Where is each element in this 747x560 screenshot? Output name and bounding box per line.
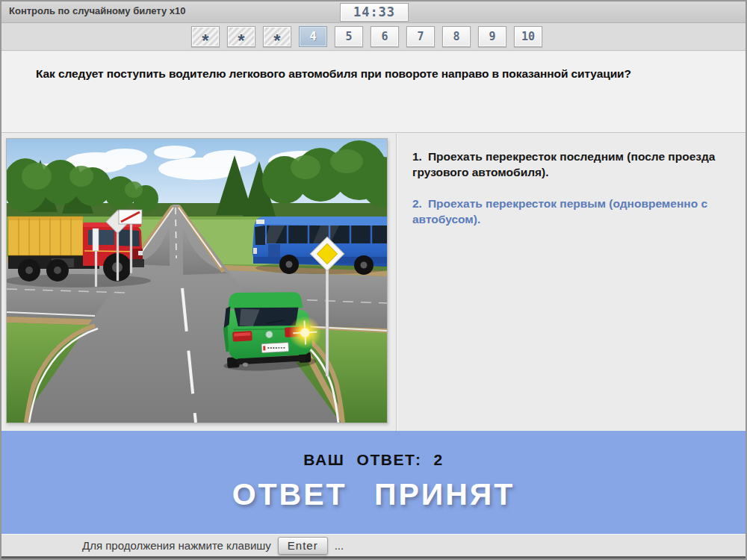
your-answer-line: ВАШ ОТВЕТ:2	[0, 431, 747, 469]
tab-question-10[interactable]: 10	[514, 26, 542, 47]
traffic-scene-svg	[7, 139, 387, 423]
continue-hint-text: Для продолжения нажмите клавишу	[82, 539, 271, 552]
result-panel: ВАШ ОТВЕТ:2 ОТВЕТ ПРИНЯТ	[0, 431, 747, 534]
your-answer-value: 2	[433, 451, 443, 468]
question-text: Как следует поступить водителю легкового…	[0, 52, 746, 82]
countdown-timer: 14:33	[340, 3, 409, 22]
tab-question-6[interactable]: 6	[371, 26, 399, 47]
tab-question-3[interactable]: *	[263, 26, 291, 47]
tab-question-1[interactable]: *	[191, 26, 220, 47]
truck	[7, 217, 151, 287]
enter-key-icon: Enter	[278, 537, 328, 555]
question-tabs: * * * 4 5 6 7 8 9 10	[0, 23, 747, 51]
tab-question-5[interactable]: 5	[335, 26, 363, 47]
tab-question-8[interactable]: 8	[442, 26, 471, 47]
status-bar: Для продолжения нажмите клавишу Enter ..…	[0, 534, 747, 556]
content-area: 1.Проехать перекресток последним (после …	[0, 134, 747, 431]
answer-option-1[interactable]: 1.Проехать перекресток последним (после …	[412, 149, 732, 181]
tab-question-2[interactable]: *	[227, 26, 255, 47]
tab-question-4[interactable]: 4	[299, 26, 327, 47]
title-bar: Контроль по случайному билету x10 14:33	[0, 0, 747, 23]
tab-question-9[interactable]: 9	[478, 26, 506, 47]
traffic-scene-image	[6, 138, 388, 423]
bottom-strip	[0, 556, 747, 560]
answer-option-2[interactable]: 2.Проехать перекресток первым (одновреме…	[412, 196, 732, 228]
answer-accepted-status: ОТВЕТ ПРИНЯТ	[0, 477, 747, 512]
exam-title: Контроль по случайному билету x10	[9, 5, 186, 16]
answers-list: 1.Проехать перекресток последним (после …	[412, 149, 732, 243]
continue-hint-ellipsis: ...	[335, 539, 344, 552]
tab-question-7[interactable]: 7	[406, 26, 435, 47]
question-area: Как следует поступить водителю легкового…	[0, 52, 747, 133]
your-answer-label: ВАШ ОТВЕТ:	[303, 451, 421, 468]
exam-window: Контроль по случайному билету x10 14:33 …	[0, 0, 747, 560]
panel-divider	[396, 134, 397, 431]
